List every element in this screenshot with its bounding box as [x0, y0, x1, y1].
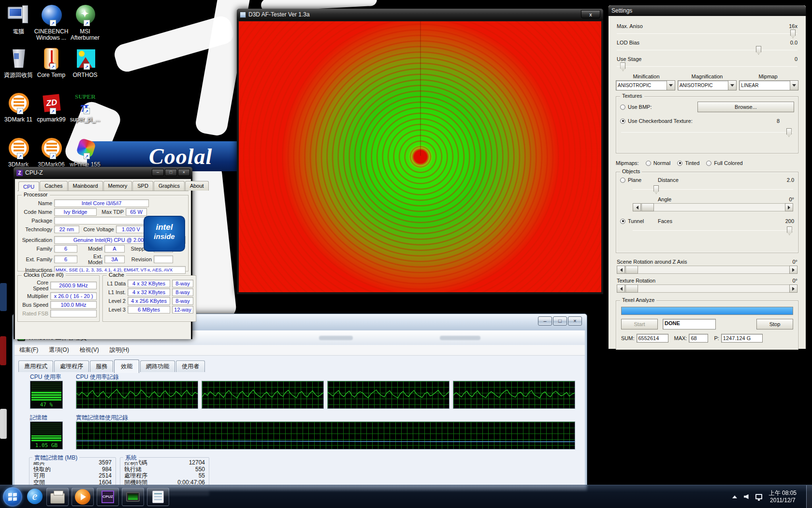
tab-spd[interactable]: SPD	[132, 181, 153, 191]
tunnel-radio[interactable]: Tunnel	[620, 218, 658, 224]
tab-networking[interactable]: 網路功能	[140, 360, 175, 372]
cpu-history-graph-1	[76, 381, 198, 409]
taskbar: e CPUZ 上午 08:05 2011/12/7	[0, 485, 812, 508]
window-title: CPU-Z	[25, 169, 43, 176]
chevron-down-icon[interactable]	[728, 81, 736, 90]
menu-view[interactable]: 檢視(V)	[80, 346, 99, 354]
max-value: 68	[689, 334, 708, 343]
plane-radio[interactable]: Plane	[620, 177, 658, 183]
speaker-icon[interactable]	[744, 494, 749, 499]
scroll-right-arrow-icon[interactable]	[789, 284, 798, 293]
tab-graphics[interactable]: Graphics	[154, 181, 185, 191]
network-icon[interactable]	[755, 494, 762, 499]
field-label: Revision	[127, 256, 152, 262]
menu-help[interactable]: 說明(H)	[110, 346, 130, 354]
scrollbar-thumb[interactable]	[641, 203, 654, 211]
tab-processes[interactable]: 處理程序	[54, 360, 89, 372]
checkerboard-slider[interactable]	[621, 128, 793, 137]
minimize-button[interactable]: –	[538, 316, 552, 326]
magnification-select[interactable]: ANISOTROPIC	[678, 80, 737, 90]
close-button[interactable]: ×	[178, 169, 190, 176]
use-stage-label: Use Stage	[617, 56, 641, 62]
use-stage-slider[interactable]	[617, 62, 798, 72]
tab-users[interactable]: 使用者	[176, 360, 205, 372]
taskbar-media-button[interactable]	[72, 488, 94, 506]
status-field: DONE	[663, 319, 716, 329]
core-voltage-value: 1.020 V	[116, 225, 146, 233]
texture-rotation-scrollbar[interactable]	[617, 284, 798, 293]
maximize-button[interactable]: □	[553, 316, 567, 326]
menu-options[interactable]: 選項(O)	[49, 346, 69, 354]
menu-file[interactable]: 檔案(F)	[19, 346, 38, 354]
mipmaps-tinted-radio[interactable]: Tinted	[677, 160, 699, 166]
tab-cpu[interactable]: CPU	[18, 181, 39, 191]
start-button[interactable]: Start	[621, 319, 658, 329]
use-checkerboard-radio[interactable]: Use Checkerboard Texture:	[620, 118, 693, 124]
desktop-icon-super-pi[interactable]: SUPERπ↗ super_pi_...	[64, 92, 106, 123]
tab-memory[interactable]: Memory	[103, 181, 132, 191]
desktop-icon-orthos[interactable]: ↗ ORTHOS	[64, 47, 106, 78]
browse-button[interactable]: Browse...	[697, 102, 794, 112]
use-bmp-radio[interactable]: Use BMP:	[620, 104, 652, 110]
taskbar-task-manager-button[interactable]	[122, 488, 144, 506]
tab-applications[interactable]: 應用程式	[18, 360, 53, 372]
taskbar-printer-button[interactable]	[46, 488, 69, 506]
family-value: 6	[54, 245, 77, 253]
task-manager-window: – □ × Windows 工作管理員 檔案(F) 選項(O) 檢視(V) 說明…	[12, 314, 587, 492]
scrollbar-thumb[interactable]	[625, 266, 638, 274]
chevron-down-icon[interactable]	[790, 81, 798, 90]
taskbar-clock[interactable]: 上午 08:05 2011/12/7	[769, 490, 797, 504]
start-button[interactable]	[3, 487, 22, 507]
close-button[interactable]: ×	[568, 316, 582, 326]
settings-titlebar[interactable]: Settings	[609, 5, 806, 16]
scroll-right-arrow-icon[interactable]	[785, 203, 793, 211]
tab-caches[interactable]: Caches	[40, 181, 67, 191]
minification-select[interactable]: ANISOTROPIC	[616, 80, 675, 90]
distance-slider[interactable]	[633, 185, 793, 194]
cpuz-titlebar[interactable]: Z CPU-Z – □ ×	[14, 167, 192, 179]
minimize-button[interactable]: –	[152, 169, 164, 176]
scroll-right-arrow-icon[interactable]	[789, 266, 798, 274]
maximize-button[interactable]: □	[165, 169, 177, 176]
scroll-left-arrow-icon[interactable]	[617, 266, 625, 274]
close-button[interactable]: x	[581, 10, 600, 18]
ext-family-value: 6	[54, 255, 77, 263]
core-speed-value: 2600.9 MHz	[50, 282, 97, 289]
shortcut-arrow-icon: ↗	[84, 63, 90, 70]
stop-button[interactable]: Stop	[756, 319, 793, 329]
scrollbar-thumb[interactable]	[625, 284, 638, 293]
taskbar-af-tester-button[interactable]	[147, 488, 169, 506]
af-tester-icon	[240, 12, 246, 18]
window-title: Settings	[611, 7, 632, 14]
scroll-left-arrow-icon[interactable]	[617, 284, 625, 293]
tab-performance[interactable]: 效能	[114, 359, 139, 373]
mipmap-select[interactable]: LINEAR	[739, 80, 798, 90]
faces-label: Faces	[658, 218, 785, 224]
tab-services[interactable]: 服務	[90, 360, 113, 372]
mipmaps-fullcolored-radio[interactable]: Full Colored	[706, 160, 742, 166]
hidden-icons-chevron-icon[interactable]	[732, 493, 737, 498]
chevron-down-icon[interactable]	[667, 81, 675, 90]
wprime-icon: ↗	[74, 137, 96, 159]
desktop-icon-msi-afterburner[interactable]: ✦↗ MSI Afterburner	[64, 4, 106, 41]
max-aniso-value: 16x	[789, 23, 798, 29]
faces-slider[interactable]	[633, 226, 793, 236]
taskbar-cpuz-button[interactable]: CPUZ	[97, 488, 119, 506]
tab-about[interactable]: About	[185, 181, 209, 191]
desktop-icon-wprime[interactable]: ↗ wPrime 155	[64, 137, 106, 168]
scene-rotation-scrollbar[interactable]	[617, 266, 798, 274]
taskbar-ie-button[interactable]: e	[27, 489, 44, 505]
msi-afterburner-icon: ✦↗	[74, 4, 96, 26]
scene-rotation-value: 0°	[792, 259, 798, 265]
af-tester-titlebar[interactable]: D3D AF-Tester Ver 1.3a x	[237, 9, 603, 20]
lod-bias-slider[interactable]	[617, 45, 798, 55]
field-label: Core Voltage	[81, 226, 114, 232]
max-aniso-slider[interactable]	[617, 29, 798, 39]
show-desktop-button[interactable]	[806, 485, 812, 508]
scroll-left-arrow-icon[interactable]	[633, 203, 641, 211]
tab-mainboard[interactable]: Mainboard	[68, 181, 103, 191]
mipmaps-normal-radio[interactable]: Normal	[646, 160, 670, 166]
cpuz-window: Z CPU-Z – □ × CPU Caches Mainboard Memor…	[14, 167, 192, 339]
cpu-history-label: CPU 使用率記錄	[76, 373, 119, 381]
angle-scrollbar[interactable]	[633, 203, 793, 211]
